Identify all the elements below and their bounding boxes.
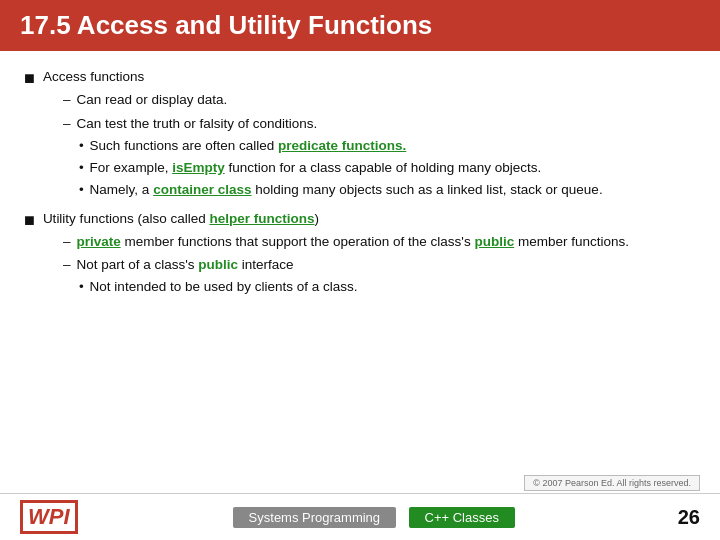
sub-sub-2-1-text: Not intended to be used by clients of a … bbox=[90, 277, 358, 297]
small-bullet-1-2: • bbox=[79, 158, 84, 178]
sub-sub-1-3-text: Namely, a container class holding many o… bbox=[90, 180, 603, 200]
dash-2-2: – bbox=[63, 255, 71, 275]
content-area: ■ Access functions – Can read or display… bbox=[0, 51, 720, 475]
dash-1-2: – bbox=[63, 114, 71, 134]
bullet-2-content: Utility functions (also called helper fu… bbox=[43, 209, 696, 298]
dash-1-1: – bbox=[63, 90, 71, 110]
dash-2-1: – bbox=[63, 232, 71, 252]
footer: WPI Systems Programming C++ Classes 26 bbox=[0, 493, 720, 540]
tab-cpp-classes[interactable]: C++ Classes bbox=[409, 507, 515, 528]
sub-sub-item-1-1: • Such functions are often called predic… bbox=[79, 136, 696, 156]
bullet-dot-1: ■ bbox=[24, 65, 35, 92]
sub-item-2-2-text: Not part of a class's public interface bbox=[76, 255, 293, 275]
sub-sub-item-2-1: • Not intended to be used by clients of … bbox=[79, 277, 696, 297]
small-bullet-2-1: • bbox=[79, 277, 84, 297]
sub-item-1-1-text: Can read or display data. bbox=[76, 90, 227, 110]
bullet-dot-2: ■ bbox=[24, 207, 35, 234]
slide-title: 17.5 Access and Utility Functions bbox=[20, 10, 432, 41]
sub-item-1-2: – Can test the truth or falsity of condi… bbox=[63, 114, 696, 134]
wpi-text: WPI bbox=[20, 500, 78, 534]
sub-item-2-1-text: private member functions that support th… bbox=[76, 232, 629, 252]
sub-item-1-2-text: Can test the truth or falsity of conditi… bbox=[76, 114, 317, 134]
sub-sub-1-2-text: For example, isEmpty function for a clas… bbox=[90, 158, 542, 178]
bullet-1-content: Access functions – Can read or display d… bbox=[43, 67, 696, 201]
small-bullet-1-1: • bbox=[79, 136, 84, 156]
page-number: 26 bbox=[670, 506, 700, 529]
private-label: private bbox=[76, 234, 120, 249]
sub-item-1-1: – Can read or display data. bbox=[63, 90, 696, 110]
tab-systems-programming[interactable]: Systems Programming bbox=[233, 507, 396, 528]
slide: 17.5 Access and Utility Functions ■ Acce… bbox=[0, 0, 720, 540]
bullet-1: ■ Access functions – Can read or display… bbox=[24, 67, 696, 201]
title-bar: 17.5 Access and Utility Functions bbox=[0, 0, 720, 51]
bullet-1-label: Access functions bbox=[43, 69, 144, 84]
public-label-2: public bbox=[198, 257, 238, 272]
isempty-label: isEmpty bbox=[172, 160, 225, 175]
sub-sub-item-1-3: • Namely, a container class holding many… bbox=[79, 180, 696, 200]
copyright-notice: © 2007 Pearson Ed. All rights reserved. bbox=[524, 475, 700, 491]
helper-functions-label: helper functions bbox=[209, 211, 314, 226]
bullet-2-label: Utility functions (also called helper fu… bbox=[43, 211, 319, 226]
sub-sub-1-1-text: Such functions are often called predicat… bbox=[90, 136, 407, 156]
footer-center: Systems Programming C++ Classes bbox=[78, 507, 670, 528]
sub-item-2-1: – private member functions that support … bbox=[63, 232, 696, 252]
small-bullet-1-3: • bbox=[79, 180, 84, 200]
sub-sub-item-1-2: • For example, isEmpty function for a cl… bbox=[79, 158, 696, 178]
predicate-functions-label: predicate functions. bbox=[278, 138, 406, 153]
sub-item-2-2: – Not part of a class's public interface bbox=[63, 255, 696, 275]
container-class-label: container class bbox=[153, 182, 251, 197]
bullet-2: ■ Utility functions (also called helper … bbox=[24, 209, 696, 298]
public-label-1: public bbox=[474, 234, 514, 249]
wpi-logo: WPI bbox=[20, 500, 78, 534]
